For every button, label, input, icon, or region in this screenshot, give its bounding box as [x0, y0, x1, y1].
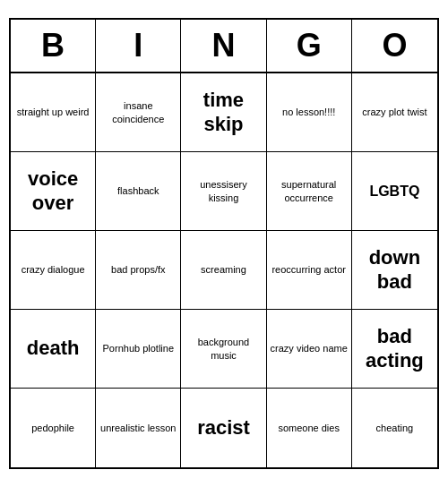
bingo-cell: crazy video name — [267, 310, 352, 389]
bingo-cell: voice over — [11, 152, 96, 231]
bingo-cell: cheating — [352, 389, 437, 467]
bingo-cell: LGBTQ — [352, 152, 437, 231]
bingo-cell: crazy dialogue — [11, 231, 96, 310]
header-letter: I — [96, 20, 181, 72]
cell-label: straight up weird — [17, 106, 90, 118]
bingo-cell: bad props/fx — [96, 231, 181, 310]
cell-label: no lesson!!!! — [282, 106, 335, 118]
bingo-cell: insane coincidence — [96, 73, 181, 152]
cell-label: unrealistic lesson — [100, 422, 176, 434]
bingo-cell: down bad — [352, 231, 437, 310]
cell-label: time skip — [185, 89, 262, 136]
cell-label: reoccurring actor — [271, 263, 346, 276]
cell-label: crazy plot twist — [362, 106, 426, 118]
bingo-cell: crazy plot twist — [352, 73, 437, 152]
cell-label: insane coincidence — [99, 99, 177, 125]
header-letter: G — [267, 20, 352, 72]
cell-label: someone dies — [278, 422, 340, 434]
bingo-header: BINGO — [11, 20, 437, 73]
bingo-card: BINGO straight up weirdinsane coincidenc… — [9, 18, 439, 469]
bingo-cell: time skip — [181, 73, 266, 152]
bingo-cell: reoccurring actor — [267, 231, 352, 310]
bingo-cell: no lesson!!!! — [267, 73, 352, 152]
cell-label: supernatural occurrence — [271, 178, 348, 204]
cell-label: flashback — [117, 184, 159, 197]
cell-label: background music — [185, 336, 262, 362]
cell-label: pedophile — [31, 422, 74, 434]
cell-label: LGBTQ — [369, 183, 419, 200]
bingo-cell: flashback — [96, 152, 181, 231]
header-letter: B — [11, 20, 96, 72]
bingo-grid: straight up weirdinsane coincidencetime … — [11, 73, 437, 467]
bingo-cell: death — [11, 310, 96, 389]
bingo-cell: pedophile — [11, 389, 96, 467]
header-letter: O — [352, 20, 437, 72]
bingo-cell: screaming — [181, 231, 266, 310]
bingo-cell: straight up weird — [11, 73, 96, 152]
header-letter: N — [181, 20, 266, 72]
cell-label: down bad — [356, 246, 434, 294]
cell-label: racist — [197, 416, 250, 440]
bingo-cell: supernatural occurrence — [267, 152, 352, 231]
cell-label: cheating — [376, 422, 414, 434]
bingo-cell: background music — [181, 310, 266, 389]
cell-label: bad acting — [356, 325, 434, 372]
bingo-cell: racist — [181, 389, 266, 467]
cell-label: voice over — [14, 167, 91, 215]
cell-label: unessisery kissing — [185, 178, 262, 204]
bingo-cell: bad acting — [352, 310, 437, 389]
bingo-cell: unrealistic lesson — [96, 389, 181, 467]
bingo-cell: Pornhub plotline — [96, 310, 181, 389]
bingo-cell: unessisery kissing — [181, 152, 266, 231]
cell-label: crazy dialogue — [22, 263, 85, 276]
cell-label: Pornhub plotline — [103, 342, 175, 355]
cell-label: bad props/fx — [111, 263, 166, 276]
cell-label: screaming — [201, 263, 246, 276]
bingo-cell: someone dies — [267, 389, 352, 467]
cell-label: crazy video name — [271, 342, 348, 355]
cell-label: death — [27, 337, 80, 360]
